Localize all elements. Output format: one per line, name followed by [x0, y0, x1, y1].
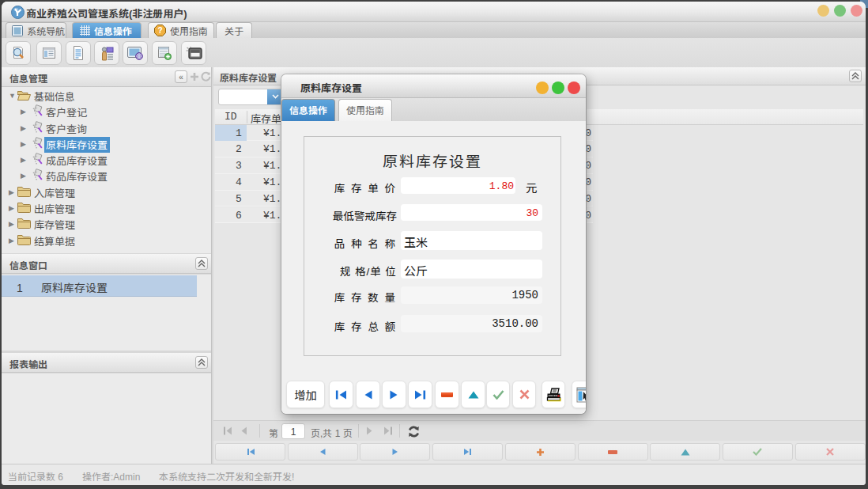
svg-text:?: ?	[157, 26, 162, 35]
